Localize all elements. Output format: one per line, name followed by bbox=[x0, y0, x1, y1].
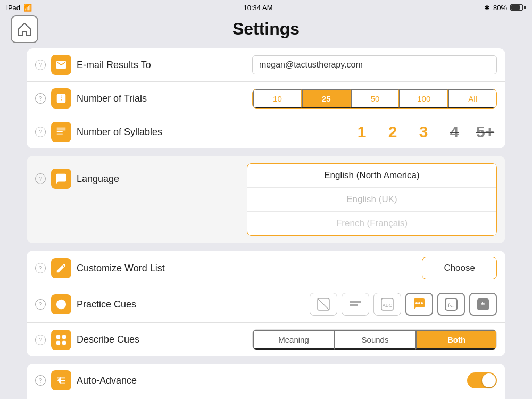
svg-text:tfs...: tfs... bbox=[446, 303, 456, 309]
home-button[interactable] bbox=[11, 15, 38, 43]
auto-advance-control bbox=[173, 372, 497, 388]
svg-point-1 bbox=[59, 302, 63, 306]
lang-french[interactable]: French (Français) bbox=[247, 212, 496, 235]
practice-cues-left: ? Practice Cues bbox=[35, 294, 173, 314]
trials-row-left: ? Number of Trials bbox=[35, 88, 173, 109]
svg-rect-18 bbox=[62, 340, 66, 344]
email-help-icon[interactable]: ? bbox=[35, 60, 46, 70]
email-control bbox=[173, 55, 497, 74]
cue-text[interactable] bbox=[342, 293, 369, 316]
syl-btn-4[interactable]: 4 bbox=[443, 124, 466, 140]
describe-cues-icon-box bbox=[51, 330, 71, 350]
svg-text:❝: ❝ bbox=[481, 301, 485, 309]
language-row-left: ? Language bbox=[35, 163, 173, 189]
wifi-icon: 📶 bbox=[23, 4, 32, 12]
svg-rect-4 bbox=[350, 301, 361, 303]
svg-point-9 bbox=[418, 302, 420, 304]
cue-no-image[interactable] bbox=[310, 293, 337, 316]
language-picker[interactable]: English (North America) English (UK) Fre… bbox=[247, 163, 497, 236]
cue-abc[interactable]: ABC bbox=[373, 293, 401, 316]
content: ? E-mail Results To ? Number of Trials bbox=[0, 43, 532, 399]
bluetooth-icon: ✱ bbox=[484, 4, 490, 12]
practice-cues-row: ? Practice Cues bbox=[27, 286, 505, 323]
trials-icon bbox=[55, 93, 67, 104]
language-icon-box bbox=[51, 169, 71, 189]
status-time: 10:34 AM bbox=[244, 4, 273, 12]
describe-both-btn[interactable]: Both bbox=[415, 330, 496, 350]
email-row-left: ? E-mail Results To bbox=[35, 55, 173, 75]
trials-label: Number of Trials bbox=[77, 93, 147, 104]
email-icon bbox=[55, 59, 67, 71]
language-help-icon[interactable]: ? bbox=[35, 173, 46, 184]
syl-btn-1[interactable]: 1 bbox=[350, 124, 373, 140]
ipad-label: iPad bbox=[6, 4, 20, 12]
choose-button[interactable]: Choose bbox=[422, 257, 497, 279]
email-label: E-mail Results To bbox=[77, 60, 151, 71]
cue-abc-icon: ABC bbox=[380, 297, 395, 312]
describe-cues-label: Describe Cues bbox=[77, 334, 139, 345]
trials-row: ? Number of Trials 10 25 50 100 All bbox=[27, 82, 505, 115]
svg-point-8 bbox=[415, 302, 418, 304]
settings-card-2: ? Customize Word List Choose ? Practice … bbox=[27, 251, 505, 356]
auto-advance-row: ? Auto-Advance bbox=[27, 364, 505, 397]
auto-advance-toggle[interactable] bbox=[467, 372, 497, 388]
describe-segmented: Meaning Sounds Both bbox=[252, 329, 497, 350]
practice-cues-control: ABC bbox=[173, 293, 497, 316]
lang-english-na[interactable]: English (North America) bbox=[247, 164, 496, 188]
auto-advance-icon bbox=[55, 375, 67, 386]
settings-card-3: ? Auto-Advance ? Child-Friendly Mo bbox=[27, 364, 505, 399]
syllables-icon bbox=[55, 126, 67, 138]
trials-btn-10[interactable]: 10 bbox=[253, 89, 302, 108]
describe-cues-left: ? Describe Cues bbox=[35, 330, 173, 350]
svg-text:ABC: ABC bbox=[383, 303, 393, 308]
email-input[interactable] bbox=[252, 55, 497, 74]
syllables-row: ? Number of Syllables 1 2 3 4 5+ bbox=[27, 115, 505, 148]
trials-btn-all[interactable]: All bbox=[448, 89, 496, 108]
cue-speech[interactable] bbox=[405, 293, 433, 316]
describe-cues-icon bbox=[55, 334, 67, 346]
syl-btn-3[interactable]: 3 bbox=[412, 124, 435, 140]
describe-sounds-btn[interactable]: Sounds bbox=[334, 330, 415, 350]
practice-cues-label: Practice Cues bbox=[77, 299, 136, 310]
wordlist-icon-box bbox=[51, 258, 71, 278]
battery-percent: 80% bbox=[493, 4, 507, 12]
describe-meaning-btn[interactable]: Meaning bbox=[253, 330, 334, 350]
wordlist-control: Choose bbox=[173, 257, 497, 279]
header: Settings bbox=[0, 15, 532, 43]
trials-btn-25[interactable]: 25 bbox=[302, 89, 351, 108]
syl-btn-5[interactable]: 5+ bbox=[473, 124, 497, 140]
svg-point-10 bbox=[421, 302, 423, 304]
practice-cues-icon-box bbox=[51, 294, 71, 314]
cue-speech-icon bbox=[412, 297, 427, 312]
cue-phoneme-icon: tfs... bbox=[444, 297, 459, 312]
language-icon bbox=[55, 173, 67, 185]
trials-help-icon[interactable]: ? bbox=[35, 93, 46, 104]
lang-english-uk[interactable]: English (UK) bbox=[247, 188, 496, 212]
syllable-group: 1 2 3 4 5+ bbox=[252, 124, 497, 140]
auto-advance-thumb bbox=[482, 373, 496, 387]
auto-advance-help-icon[interactable]: ? bbox=[35, 375, 46, 386]
practice-cues-help-icon[interactable]: ? bbox=[35, 299, 46, 310]
cue-phoneme[interactable]: tfs... bbox=[437, 293, 465, 316]
settings-card-1: ? E-mail Results To ? Number of Trials bbox=[27, 48, 505, 148]
describe-cues-help-icon[interactable]: ? bbox=[35, 335, 46, 345]
svg-rect-15 bbox=[56, 335, 60, 338]
status-right: ✱ 80% bbox=[484, 4, 526, 12]
trials-icon-box bbox=[51, 88, 71, 109]
syllables-control: 1 2 3 4 5+ bbox=[173, 124, 497, 140]
syllables-label: Number of Syllables bbox=[77, 127, 162, 138]
cue-quote[interactable]: ❝ bbox=[469, 293, 497, 316]
wordlist-help-icon[interactable]: ? bbox=[35, 263, 46, 273]
wordlist-row: ? Customize Word List Choose bbox=[27, 251, 505, 286]
syllables-help-icon[interactable]: ? bbox=[35, 127, 46, 137]
language-row: ? Language English (North America) Engli… bbox=[27, 156, 505, 243]
syl-btn-2[interactable]: 2 bbox=[381, 124, 404, 140]
wordlist-row-left: ? Customize Word List bbox=[35, 258, 173, 278]
language-section: ? Language English (North America) Engli… bbox=[27, 156, 505, 243]
trials-btn-100[interactable]: 100 bbox=[399, 89, 448, 108]
auto-advance-icon-box bbox=[51, 370, 71, 390]
trials-btn-50[interactable]: 50 bbox=[351, 89, 400, 108]
trials-segmented: 10 25 50 100 All bbox=[252, 89, 497, 109]
svg-rect-16 bbox=[62, 335, 66, 338]
status-bar: iPad 📶 10:34 AM ✱ 80% bbox=[0, 0, 532, 15]
